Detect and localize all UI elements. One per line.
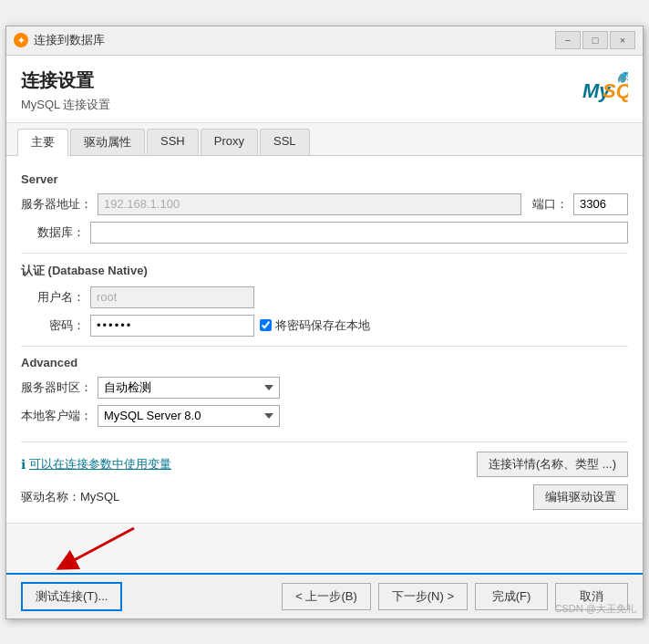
db-label: 数据库：: [21, 224, 85, 241]
tab-ssl[interactable]: SSL: [260, 129, 310, 155]
tab-ssh[interactable]: SSH: [147, 129, 199, 155]
host-label: 服务器地址：: [21, 196, 92, 213]
timezone-select[interactable]: 自动检测 UTC Asia/Shanghai: [98, 377, 280, 399]
info-icon: ℹ: [21, 457, 26, 472]
timezone-row: 服务器时区： 自动检测 UTC Asia/Shanghai: [21, 377, 628, 399]
password-row: 密码： 将密码保存在本地: [21, 315, 628, 337]
main-window: ✦ 连接到数据库 − □ × 连接设置 MySQL 连接设置 My: [5, 26, 644, 619]
client-row: 本地客户端： MySQL Server 8.0 MySQL Server 5.7…: [21, 405, 628, 427]
tab-driver[interactable]: 驱动属性: [70, 129, 145, 155]
divider-1: [21, 253, 628, 254]
port-input[interactable]: [573, 193, 628, 215]
title-bar: ✦ 连接到数据库 − □ ×: [6, 26, 643, 56]
client-label: 本地客户端：: [21, 408, 92, 424]
user-row: 用户名：: [21, 286, 628, 308]
header: 连接设置 MySQL 连接设置 My SQL 🐬: [6, 56, 643, 123]
advanced-section-label: Advanced: [21, 356, 628, 369]
window-controls: − □ ×: [555, 31, 635, 49]
maximize-button[interactable]: □: [582, 31, 608, 49]
test-connection-button[interactable]: 测试连接(T)...: [21, 582, 122, 611]
mysql-logo: My SQL 🐬: [582, 72, 628, 107]
window-icon: ✦: [14, 33, 28, 47]
page-subtitle: MySQL 连接设置: [21, 97, 110, 113]
user-input[interactable]: [90, 286, 254, 308]
arrow-area: [6, 523, 643, 573]
header-text: 连接设置 MySQL 连接设置: [21, 68, 110, 113]
info-row: ℹ 可以在连接参数中使用变量 连接详情(名称、类型 ...): [21, 441, 628, 477]
save-password-label: 将密码保存在本地: [275, 317, 370, 334]
close-button[interactable]: ×: [610, 31, 635, 49]
host-row: 服务器地址： 端口：: [21, 193, 628, 215]
red-arrow-svg: [6, 524, 152, 574]
db-row: 数据库：: [21, 222, 628, 244]
footer: 测试连接(T)... < 上一步(B) 下一步(N) > 完成(F) 取消: [6, 573, 643, 618]
page-title: 连接设置: [21, 68, 110, 93]
divider-2: [21, 346, 628, 347]
client-select[interactable]: MySQL Server 8.0 MySQL Server 5.7 MySQL …: [98, 405, 280, 427]
next-button[interactable]: 下一步(N) >: [378, 583, 468, 610]
svg-text:🐬: 🐬: [621, 72, 628, 85]
info-left: ℹ 可以在连接参数中使用变量: [21, 456, 171, 473]
mysql-logo-svg: My SQL 🐬: [582, 72, 628, 107]
auth-section-label: 认证 (Database Native): [21, 263, 628, 279]
password-label: 密码：: [21, 317, 85, 334]
edit-driver-button[interactable]: 编辑驱动设置: [533, 484, 628, 510]
tab-bar: 主要 驱动属性 SSH Proxy SSL: [6, 123, 643, 156]
watermark: CSDN @大王免礼: [555, 602, 636, 616]
save-password-checkbox[interactable]: [260, 319, 272, 331]
port-label: 端口：: [532, 196, 568, 213]
minimize-button[interactable]: −: [555, 31, 581, 49]
tab-proxy[interactable]: Proxy: [201, 129, 258, 155]
window-title: 连接到数据库: [34, 32, 555, 48]
connection-detail-button[interactable]: 连接详情(名称、类型 ...): [477, 452, 628, 477]
db-input[interactable]: [90, 222, 628, 244]
driver-name-label: 驱动名称：MySQL: [21, 489, 119, 505]
back-button[interactable]: < 上一步(B): [282, 583, 371, 610]
driver-row: 驱动名称：MySQL 编辑驱动设置: [21, 484, 628, 510]
host-input[interactable]: [98, 193, 521, 215]
timezone-label: 服务器时区：: [21, 379, 92, 396]
user-label: 用户名：: [21, 289, 85, 306]
svg-line-3: [66, 528, 134, 565]
password-input[interactable]: [90, 315, 254, 337]
tab-main[interactable]: 主要: [17, 129, 68, 156]
save-password-row: 将密码保存在本地: [260, 317, 370, 334]
finish-button[interactable]: 完成(F): [475, 583, 548, 610]
server-section-label: Server: [21, 172, 628, 186]
info-link[interactable]: 可以在连接参数中使用变量: [29, 456, 171, 473]
main-content: Server 服务器地址： 端口： 数据库： 认证 (Database Nati…: [6, 156, 643, 523]
